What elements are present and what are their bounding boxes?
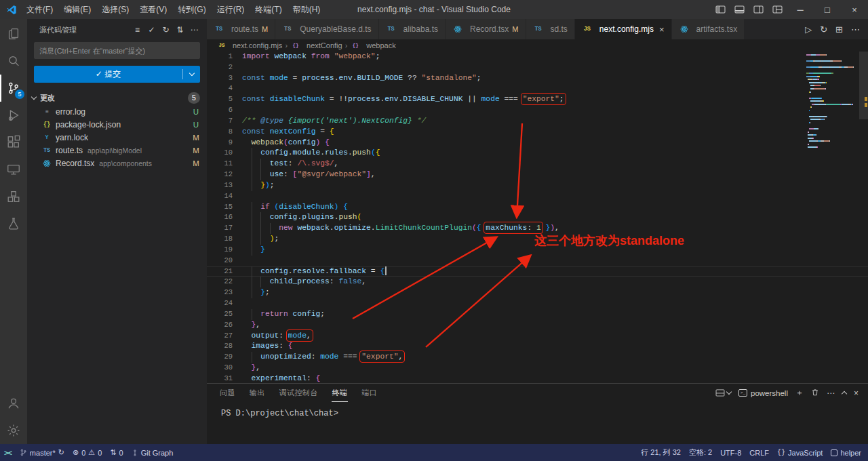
menu-item[interactable]: 查看(V) (134, 0, 172, 19)
breadcrumb-item[interactable]: JSnext.config.mjs (216, 41, 282, 49)
scm-file-row[interactable]: {}package-lock.jsonU (27, 118, 207, 131)
scm-file-row[interactable]: Record.tsxapp\componentsM (27, 157, 207, 169)
code-line[interactable]: 7/** @type {import('next').NextConfig} *… (207, 116, 868, 127)
scm-file-row[interactable]: TSroute.tsapp\api\bigModelM (27, 144, 207, 157)
editor-more-actions-icon[interactable]: ⋯ (851, 24, 860, 35)
remote-indicator[interactable]: >< (0, 444, 16, 461)
git-graph-button[interactable]: Git Graph (127, 444, 178, 461)
code-line[interactable]: 12 use: ["@svgr/webpack"], (207, 169, 868, 180)
sort-icon[interactable]: ⇅ (173, 23, 187, 37)
activity-explorer[interactable] (0, 20, 27, 47)
kill-terminal-icon[interactable] (811, 388, 819, 399)
editor-tab-Record.tsx[interactable]: Record.tsxM (446, 19, 526, 39)
menu-item[interactable]: 帮助(H) (288, 0, 326, 19)
refresh-icon[interactable]: ↻ (159, 23, 173, 37)
editor-tab-route.ts[interactable]: TSroute.tsM (207, 19, 275, 39)
editor-scrollbar[interactable] (859, 52, 868, 119)
code-line[interactable]: 20 (207, 256, 868, 266)
eol[interactable]: CRLF (745, 444, 773, 461)
editor-tab-sd.ts[interactable]: TSsd.ts (526, 19, 575, 39)
commit-check-icon[interactable]: ✓ (144, 23, 159, 37)
code-line[interactable]: 14 (207, 191, 868, 202)
code-line[interactable]: 6 (207, 105, 868, 116)
panel-tab-问题[interactable]: 问题 (219, 384, 236, 402)
code-line[interactable]: 11 test: /\.svg$/, (207, 159, 868, 169)
editor-tab-QueryableBase.d.ts[interactable]: TSQueryableBase.d.ts (275, 19, 378, 39)
menu-item[interactable]: 文件(F) (21, 0, 58, 19)
activity-testing[interactable] (0, 210, 27, 237)
breadcrumb-item[interactable]: {}webpack (350, 41, 395, 49)
more-actions-icon[interactable]: ⋯ (187, 23, 201, 37)
panel-tab-输出[interactable]: 输出 (249, 384, 266, 402)
code-line[interactable]: 5const disableChunk = !!process.env.DISA… (207, 94, 868, 105)
breadcrumb-item[interactable]: {}nextConfig (290, 41, 342, 49)
indentation[interactable]: 空格: 2 (685, 444, 716, 461)
minimap[interactable] (806, 54, 856, 150)
problems-indicator[interactable]: ⊗0 ⚠0 (68, 444, 106, 461)
timeline-icon[interactable]: ↻ (820, 24, 827, 35)
code-line[interactable]: 25 return config; (207, 309, 868, 320)
scm-file-row[interactable]: ≡error.logU (27, 105, 207, 118)
activity-settings[interactable] (0, 417, 27, 444)
changes-section-header[interactable]: 更改 5 (27, 90, 207, 105)
maximize-panel-icon[interactable] (842, 388, 846, 398)
code-line[interactable]: 29 unoptimized: mode === "export", (207, 352, 868, 363)
activity-run-debug[interactable] (0, 102, 27, 129)
editor-tab-alibaba.ts[interactable]: TSalibaba.ts (379, 19, 446, 39)
tab-close-icon[interactable]: × (659, 24, 665, 35)
code-editor[interactable]: 1import webpack from "webpack";23const m… (207, 52, 868, 383)
code-line[interactable]: 1import webpack from "webpack"; (207, 52, 868, 62)
split-editor-icon[interactable]: ⊞ (835, 24, 843, 35)
menu-item[interactable]: 运行(R) (212, 0, 250, 19)
menu-item[interactable]: 终端(T) (250, 0, 287, 19)
terminal-instance[interactable]: >_powershell (738, 389, 788, 397)
editor-tab-next.config.mjs[interactable]: JSnext.config.mjs× (575, 19, 672, 39)
panel-more-actions-icon[interactable]: ⋯ (827, 388, 835, 398)
activity-search[interactable] (0, 47, 27, 75)
code-line[interactable]: 10 config.module.rules.push({ (207, 148, 868, 159)
terminal[interactable]: PS D:\project\chat\chat> (207, 402, 868, 418)
code-line[interactable]: 23 }; (207, 287, 868, 298)
menu-item[interactable]: 转到(G) (172, 0, 211, 19)
menu-item[interactable]: 选择(S) (96, 0, 134, 19)
commit-dropdown[interactable] (182, 69, 200, 79)
activity-remote-explorer[interactable] (0, 156, 27, 183)
code-line[interactable]: 13 }); (207, 180, 868, 191)
toggle-sidebar-icon[interactable] (711, 0, 730, 19)
code-line[interactable]: 22 child_process: false, (207, 277, 868, 287)
run-code-icon[interactable]: ▷ (805, 24, 812, 35)
activity-account[interactable] (0, 390, 27, 417)
panel-tab-终端[interactable]: 终端 (332, 384, 349, 402)
commit-button[interactable]: ✓ 提交 (34, 66, 200, 83)
editor-tab-artifacts.tsx[interactable]: artifacts.tsx (672, 19, 745, 39)
toggle-panel-icon[interactable] (730, 0, 749, 19)
activity-containers[interactable] (0, 183, 27, 210)
code-line[interactable]: 8const nextConfig = { (207, 127, 868, 138)
customize-layout-icon[interactable] (768, 0, 787, 19)
branch-indicator[interactable]: master* ↻ (16, 444, 68, 461)
code-line[interactable]: 16 config.plugins.push( (207, 212, 868, 223)
maximize-button[interactable]: □ (814, 0, 841, 19)
code-line[interactable]: 26 }, (207, 320, 868, 331)
sync-changes-indicator[interactable]: ⇅0 (106, 444, 127, 461)
commit-message-input[interactable] (34, 42, 200, 59)
scm-file-row[interactable]: Yyarn.lockM (27, 131, 207, 144)
language-mode[interactable]: {}JavaScript (773, 444, 827, 461)
cursor-position[interactable]: 行 21, 列 32 (637, 444, 685, 461)
code-line[interactable]: 27 output: mode, (207, 331, 868, 342)
menu-item[interactable]: 编辑(E) (58, 0, 96, 19)
encoding[interactable]: UTF-8 (716, 444, 745, 461)
panel-tab-调试控制台[interactable]: 调试控制台 (279, 384, 319, 402)
new-terminal-icon[interactable]: ＋ (795, 387, 804, 399)
code-line[interactable]: 15 if (disableChunk) { (207, 202, 868, 213)
activity-extensions[interactable] (0, 129, 27, 156)
close-panel-icon[interactable]: × (854, 388, 859, 398)
code-line[interactable]: 4 (207, 83, 868, 94)
code-line[interactable]: 21 config.resolve.fallback = { (207, 266, 868, 277)
close-button[interactable]: × (841, 0, 868, 19)
code-line[interactable]: 2 (207, 62, 868, 73)
code-line[interactable]: 9 webpack(config) { (207, 138, 868, 148)
activity-source-control[interactable]: 5 (0, 75, 27, 102)
terminal-layout-button[interactable] (715, 389, 731, 397)
code-line[interactable]: 30 }, (207, 363, 868, 374)
